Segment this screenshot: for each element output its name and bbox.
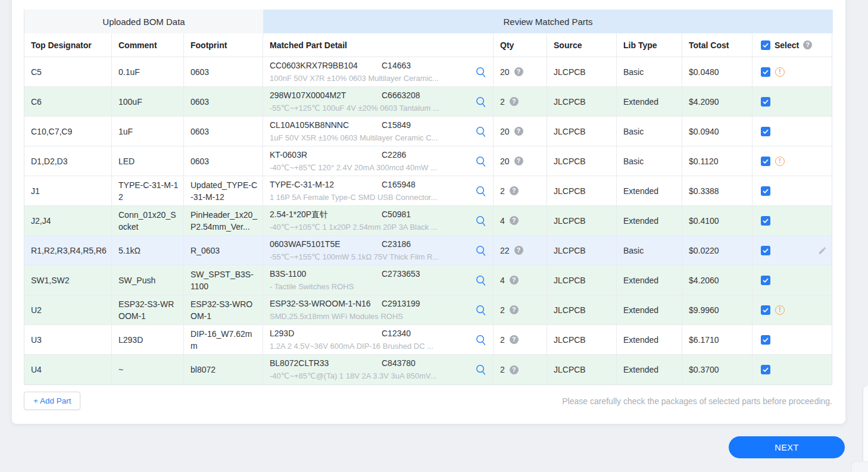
search-icon[interactable] — [474, 273, 488, 287]
source-cell: JLCPCB — [547, 295, 617, 324]
qty-help-icon[interactable]: ? — [510, 97, 519, 106]
source-cell: JLCPCB — [547, 265, 617, 295]
search-icon[interactable] — [474, 154, 488, 168]
footprint-cell: Updated_TYPE-C-31-M-12 — [184, 176, 263, 205]
footprint-cell: 0603 — [184, 57, 263, 86]
comment-cell: Conn_01x20_Socket — [112, 206, 184, 235]
table-row: SW1,SW2 SW_Push SW_SPST_B3S-1100 B3S-110… — [24, 265, 832, 295]
qty-help-icon[interactable]: ? — [514, 67, 523, 76]
designator-cell: C6 — [24, 87, 112, 116]
search-icon[interactable] — [474, 303, 488, 317]
qty-help-icon[interactable]: ? — [510, 186, 519, 195]
part-code: C843780 — [382, 357, 470, 369]
table-row: R1,R2,R3,R4,R5,R6 5.1kΩ R_0603 0603WAF51… — [24, 236, 832, 265]
footprint-cell: PinHeader_1x20_P2.54mm_Ver... — [184, 206, 263, 235]
add-part-button[interactable]: + Add Part — [24, 392, 80, 410]
part-number: BL8072CLTR33 — [270, 357, 382, 369]
qty-cell: 2 ? — [494, 295, 547, 324]
designator-cell: C5 — [24, 57, 112, 86]
qty-help-icon[interactable]: ? — [510, 305, 519, 314]
warning-icon[interactable]: ! — [775, 157, 785, 166]
cost-cell: $0.3700 — [682, 355, 753, 385]
col-header-qty: Qty — [494, 33, 547, 57]
row-checkbox[interactable] — [761, 246, 770, 255]
qty-value: 20 — [500, 126, 510, 137]
part-desc: -40℃~+105℃ 1 1x20P 2.54mm 20P 3A Black .… — [270, 221, 470, 233]
row-checkbox[interactable] — [761, 276, 770, 285]
part-number: B3S-1100 — [270, 268, 382, 280]
part-code: C12340 — [382, 327, 470, 339]
cost-cell: $0.0940 — [682, 117, 753, 146]
row-checkbox[interactable] — [761, 335, 770, 345]
select-cell — [753, 87, 833, 116]
row-checkbox[interactable] — [761, 186, 770, 196]
search-icon[interactable] — [474, 214, 488, 228]
part-code: C2733653 — [382, 268, 470, 280]
footprint-cell: bl8072 — [184, 355, 263, 385]
select-cell — [753, 265, 833, 295]
designator-cell: U2 — [24, 295, 112, 324]
comment-cell: 100uF — [112, 87, 184, 116]
row-checkbox[interactable] — [761, 127, 770, 136]
qty-help-icon[interactable]: ? — [514, 246, 523, 255]
comment-cell: 0.1uF — [112, 57, 184, 86]
warning-icon[interactable]: ! — [775, 67, 785, 77]
row-checkbox[interactable] — [761, 157, 770, 166]
qty-help-icon[interactable]: ? — [514, 127, 523, 136]
source-cell: JLCPCB — [547, 87, 617, 116]
warning-icon[interactable]: ! — [775, 305, 785, 315]
col-header-footprint: Footprint — [184, 33, 263, 57]
qty-help-icon[interactable]: ? — [510, 335, 519, 344]
designator-cell: U4 — [24, 355, 112, 385]
row-checkbox[interactable] — [761, 365, 770, 374]
row-checkbox[interactable] — [761, 67, 770, 77]
qty-help-icon[interactable]: ? — [510, 365, 519, 374]
libtype-cell: Basic — [617, 57, 682, 86]
select-help-icon[interactable]: ? — [803, 40, 812, 49]
search-icon[interactable] — [474, 243, 488, 258]
cost-cell: $0.1120 — [682, 146, 753, 176]
row-checkbox[interactable] — [761, 216, 770, 226]
libtype-cell: Basic — [617, 236, 682, 265]
qty-help-icon[interactable]: ? — [510, 216, 519, 225]
select-cell: ! — [753, 146, 833, 176]
part-code: C50981 — [382, 208, 470, 220]
matched-part-cell: L293D C12340 1.2A 2 4.5V~36V 600mA DIP-1… — [263, 325, 494, 354]
row-checkbox[interactable] — [761, 97, 770, 107]
cost-cell: $0.3388 — [682, 176, 753, 205]
footprint-cell: 0603 — [184, 146, 263, 176]
qty-cell: 20 ? — [494, 117, 547, 146]
col-header-top-designator: Top Designator — [24, 33, 112, 57]
part-code: C6663208 — [382, 89, 470, 101]
col-header-lib-type: Lib Type — [617, 33, 682, 57]
search-icon[interactable] — [474, 362, 488, 377]
comment-cell: 5.1kΩ — [112, 236, 184, 265]
select-cell — [753, 176, 833, 205]
libtype-cell: Extended — [617, 206, 682, 235]
libtype-cell: Extended — [617, 295, 682, 324]
search-icon[interactable] — [474, 95, 488, 109]
search-icon[interactable] — [474, 65, 488, 79]
part-desc: 1.2A 2 4.5V~36V 600mA DIP-16 Brushed DC … — [270, 340, 470, 352]
part-desc: -40℃~+85℃ 120° 2.4V 20mA 300mcd 40mW ... — [270, 162, 470, 174]
qty-help-icon[interactable]: ? — [514, 157, 523, 165]
source-cell: JLCPCB — [547, 57, 617, 86]
cost-cell: $4.2090 — [682, 87, 753, 116]
footer-note: Please carefully check the packages of s… — [562, 396, 832, 406]
search-icon[interactable] — [474, 184, 488, 198]
qty-help-icon[interactable]: ? — [510, 276, 519, 285]
qty-value: 22 — [500, 245, 510, 257]
source-cell: JLCPCB — [547, 236, 617, 265]
qty-value: 2 — [500, 304, 505, 316]
search-icon[interactable] — [474, 124, 488, 139]
scrollbar-thumb[interactable] — [863, 386, 868, 472]
matched-part-cell: KT-0603R C2286 -40℃~+85℃ 120° 2.4V 20mA … — [263, 146, 494, 176]
part-desc: SMD,25.5x18mm WiFi Modules ROHS — [270, 311, 470, 323]
group-header-uploaded: Uploaded BOM Data — [24, 10, 263, 33]
search-icon[interactable] — [474, 333, 488, 347]
cost-cell: $0.0220 — [682, 236, 753, 265]
select-all-checkbox[interactable] — [761, 40, 770, 50]
row-checkbox[interactable] — [761, 305, 770, 315]
next-button[interactable]: NEXT — [729, 436, 845, 458]
edit-icon[interactable] — [818, 246, 827, 255]
